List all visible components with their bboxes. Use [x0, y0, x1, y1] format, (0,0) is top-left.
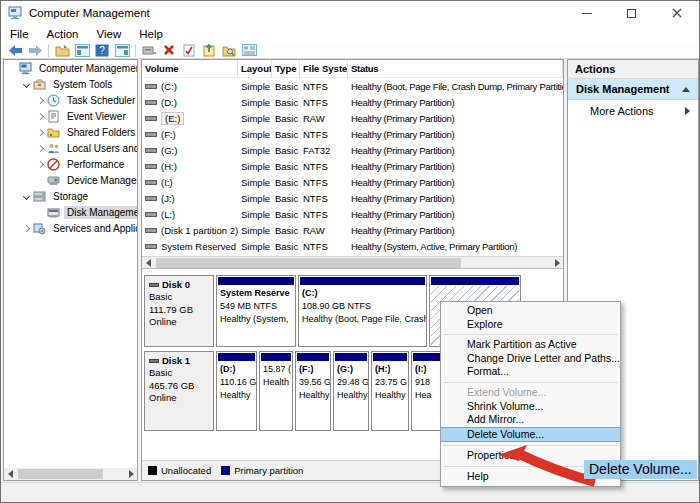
disk-header[interactable]: Disk 1Basic465.76 GBOnline [144, 351, 214, 431]
menu-item-add-mirror[interactable]: Add Mirror... [441, 413, 620, 427]
sidebar-item-task-scheduler[interactable]: Task Scheduler [4, 92, 137, 108]
show-console-tree-button[interactable] [72, 42, 92, 58]
check-document-button[interactable] [179, 42, 199, 58]
expander-closed-icon[interactable] [34, 95, 47, 105]
menu-help[interactable]: Help [130, 25, 172, 42]
sidebar-item-local-users-and-groups[interactable]: Local Users and Groups [4, 140, 137, 156]
volume-row[interactable]: (F:)SimpleBasicNTFSHealthy (Primary Part… [142, 126, 563, 142]
scroll-right-icon[interactable] [551, 257, 563, 269]
scroll-left-icon[interactable] [142, 257, 154, 269]
delete-x-button[interactable] [159, 42, 179, 58]
sidebar-item-services-and-applications[interactable]: Services and Applications [4, 220, 137, 236]
collapse-icon[interactable] [682, 87, 690, 92]
sidebar-item-event-viewer[interactable]: Event Viewer [4, 108, 137, 124]
maximize-button[interactable] [609, 1, 654, 25]
partition-label: (C:)108.90 GB NTFSHealthy (Boot, Page Fi… [299, 286, 426, 327]
sidebar-item-device-manager[interactable]: Device Manager [4, 172, 137, 188]
partition-f[interactable]: (F:)39.56 GHealthy [295, 351, 331, 431]
volume-row[interactable]: System Reserved (K:)SimpleBasicNTFSHealt… [142, 238, 563, 254]
sidebar-item-label: Local Users and Groups [64, 142, 138, 155]
volume-row[interactable]: (Disk 1 partition 2)SimpleBasicRAWHealth… [142, 222, 563, 238]
minimize-button[interactable] [564, 1, 609, 25]
delete-volume-callout: Delete Volume... [584, 460, 697, 479]
toolbar: ? [1, 42, 699, 59]
menu-item-explore[interactable]: Explore [441, 318, 620, 332]
menu-item-change-drive-letter-and-paths[interactable]: Change Drive Letter and Paths... [441, 352, 620, 366]
volume-name: (L:) [161, 209, 175, 220]
partition-systemreserve[interactable]: System Reserve549 MB NTFSHealthy (System… [216, 275, 296, 347]
actions-group-disk-management[interactable]: Disk Management [568, 79, 698, 100]
back-button[interactable] [5, 42, 25, 58]
sidebar-item-label: Event Viewer [64, 110, 129, 123]
sidebar-item-system-tools[interactable]: System Tools [4, 76, 137, 92]
menu-item-delete-volume[interactable]: Delete Volume... [441, 427, 620, 443]
volume-name: (I:) [161, 177, 173, 188]
export-document-icon [203, 44, 215, 57]
sidebar-item-performance[interactable]: Performance [4, 156, 137, 172]
sidebar-item-disk-management[interactable]: Disk Management [4, 204, 137, 220]
volume-name: (H:) [161, 161, 177, 172]
column-header-type[interactable]: Type [272, 60, 300, 77]
volume-row[interactable]: (G:)SimpleBasicFAT32Healthy (Primary Par… [142, 142, 563, 158]
volume-row[interactable]: (D:)SimpleBasicNTFSHealthy (Primary Part… [142, 94, 563, 110]
menu-item-shrink-volume[interactable]: Shrink Volume... [441, 400, 620, 414]
expander-closed-icon[interactable] [34, 143, 47, 153]
close-button[interactable] [654, 1, 699, 25]
disk-header[interactable]: Disk 0Basic111.79 GBOnline [144, 275, 214, 347]
cell: Basic [272, 206, 300, 222]
menu-view[interactable]: View [88, 25, 131, 42]
more-actions-item[interactable]: More Actions [568, 100, 698, 122]
menu-item-open[interactable]: Open [441, 304, 620, 318]
up-folder-button[interactable] [52, 42, 72, 58]
cell: Basic [272, 110, 300, 126]
expander-open-icon[interactable] [20, 79, 33, 89]
volume-row[interactable]: (J:)SimpleBasicNTFSHealthy (Primary Part… [142, 190, 563, 206]
volume-icon [145, 196, 157, 201]
volume-icon [145, 228, 157, 233]
find-folder-button[interactable] [219, 42, 239, 58]
expander-closed-icon[interactable] [34, 127, 47, 137]
console-gray-icon [142, 45, 156, 56]
system-tools-icon [33, 78, 46, 91]
expander-closed-icon[interactable] [34, 159, 47, 169]
partition-health: Healthy [299, 389, 327, 402]
partition-g[interactable]: (G:)29.48 GHealthy [333, 351, 369, 431]
column-header-file-system[interactable]: File System [300, 60, 348, 77]
expander-open-icon[interactable] [20, 191, 33, 201]
volume-list-hscrollbar[interactable] [142, 256, 563, 268]
column-header-status[interactable]: Status [348, 60, 563, 77]
menu-item-format[interactable]: Format... [441, 365, 620, 379]
sidebar-item-shared-folders[interactable]: Shared Folders [4, 124, 137, 140]
scroll-right-icon[interactable] [125, 468, 137, 480]
menu-action[interactable]: Action [38, 25, 88, 42]
volume-row[interactable]: (H:)SimpleBasicNTFSHealthy (Primary Part… [142, 158, 563, 174]
help-button[interactable]: ? [92, 42, 112, 58]
column-header-volume[interactable]: Volume [142, 60, 238, 77]
expander-closed-icon[interactable] [34, 111, 47, 121]
partition-h[interactable]: (H:)23.75 GHealthy [371, 351, 409, 431]
volume-icon [145, 244, 157, 249]
menu-file[interactable]: File [1, 25, 38, 42]
expander-closed-icon[interactable] [20, 223, 33, 233]
volume-row[interactable]: (E:)SimpleBasicRAWHealthy (Primary Parti… [142, 110, 563, 126]
cell: Basic [272, 174, 300, 190]
scroll-left-icon[interactable] [4, 468, 16, 480]
tree-hscrollbar[interactable] [4, 468, 137, 480]
menu-item-mark-partition-as-active[interactable]: Mark Partition as Active [441, 338, 620, 352]
show-action-pane-button[interactable] [112, 42, 132, 58]
column-header-layout[interactable]: Layout [238, 60, 272, 77]
partition-status-bar [300, 277, 425, 285]
properties-button[interactable] [239, 42, 259, 58]
partition-c[interactable]: (C:)108.90 GB NTFSHealthy (Boot, Page Fi… [298, 275, 427, 347]
sidebar-item-storage[interactable]: Storage [4, 188, 137, 204]
volume-row[interactable]: (L:)SimpleBasicNTFSHealthy (Primary Part… [142, 206, 563, 222]
sidebar-item-computer-management-local[interactable]: Computer Management (Local [4, 60, 137, 76]
partition[interactable]: 15.87 (Health [259, 351, 293, 431]
partition-d[interactable]: (D:)110.16 GHealthy [216, 351, 257, 431]
console-gray-button[interactable] [139, 42, 159, 58]
volume-row[interactable]: (C:)SimpleBasicNTFSHealthy (Boot, Page F… [142, 78, 563, 94]
export-document-button[interactable] [199, 42, 219, 58]
volume-row[interactable]: (I:)SimpleBasicNTFSHealthy (Primary Part… [142, 174, 563, 190]
event-viewer-icon [47, 110, 60, 123]
forward-button[interactable] [25, 42, 45, 58]
